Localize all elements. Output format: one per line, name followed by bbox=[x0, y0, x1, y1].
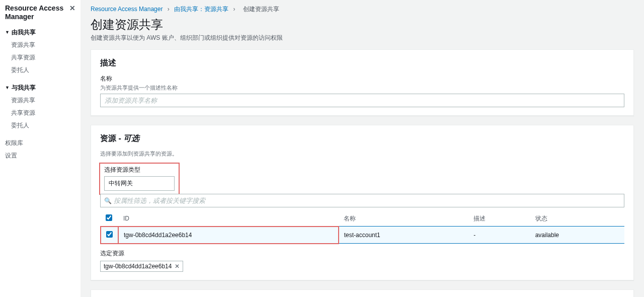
table-row[interactable]: tgw-0b8cd4dd1a2ee6b14 test-account1 - av… bbox=[101, 227, 624, 244]
page-title: 创建资源共享 bbox=[91, 17, 634, 33]
sidebar-item-settings[interactable]: 设置 bbox=[5, 150, 75, 162]
sidebar-item-shared-resources[interactable]: 共享资源 bbox=[5, 51, 75, 64]
row-checkbox[interactable] bbox=[106, 231, 113, 238]
nav-extra: 权限库 设置 bbox=[5, 137, 75, 162]
sidebar-item-resource-shares[interactable]: 资源共享 bbox=[5, 39, 75, 51]
sidebar-item-principals-2[interactable]: 委托人 bbox=[5, 119, 75, 132]
sidebar-item-shared-resources-2[interactable]: 共享资源 bbox=[5, 107, 75, 119]
panel-description: 描述 名称 为资源共享提供一个描述性名称 bbox=[91, 49, 634, 116]
resource-table: ID 名称 描述 状态 tgw-0b8cd4dd1a2ee6b14 test-a… bbox=[100, 211, 624, 244]
breadcrumb-root[interactable]: Resource Access Manager bbox=[91, 6, 163, 13]
sidebar-item-principals[interactable]: 委托人 bbox=[5, 64, 75, 77]
nav-group-shared-by-me: ▼ 由我共享 资源共享 共享资源 委托人 bbox=[5, 26, 75, 77]
cell-id: tgw-0b8cd4dd1a2ee6b14 bbox=[118, 227, 339, 244]
panel-title-optional: 可选 bbox=[123, 134, 139, 142]
nav-group-shared-with-me: ▼ 与我共享 资源共享 共享资源 委托人 bbox=[5, 82, 75, 132]
cell-name: test-account1 bbox=[339, 227, 469, 244]
name-input[interactable] bbox=[100, 94, 624, 107]
sidebar-item-resource-shares-2[interactable]: 资源共享 bbox=[5, 94, 75, 107]
sidebar-item-permissions[interactable]: 权限库 bbox=[5, 137, 75, 150]
close-icon[interactable]: ✕ bbox=[69, 4, 75, 13]
chip-text: tgw-0b8cd4dd1a2ee6b14 bbox=[104, 263, 172, 270]
name-field-hint: 为资源共享提供一个描述性名称 bbox=[100, 84, 624, 92]
panel-title: 描述 bbox=[100, 58, 624, 68]
caret-down-icon: ▼ bbox=[5, 30, 10, 35]
col-status[interactable]: 状态 bbox=[530, 211, 624, 227]
col-desc[interactable]: 描述 bbox=[468, 211, 530, 227]
panel-title-text: 资源 - bbox=[100, 134, 123, 142]
chevron-right-icon: › bbox=[233, 6, 235, 13]
cell-status: available bbox=[530, 227, 624, 244]
panel-resources: 资源 - 可选 选择要添加到资源共享的资源。 选择资源类型 中转网关 🔍 ID … bbox=[91, 125, 634, 280]
page-description: 创建资源共享以便为 AWS 账户、组织部门或组织提供对资源的访问权限 bbox=[91, 34, 634, 42]
panel-hint: 选择要添加到资源共享的资源。 bbox=[100, 150, 624, 158]
remove-chip-icon[interactable]: ✕ bbox=[175, 263, 180, 270]
resource-filter-wrap: 🔍 bbox=[100, 194, 624, 207]
panel-principals: 委托人 - 可选 将委托人添加到资源共享。委托人可以是 AWS 账户、组织部门或… bbox=[91, 289, 634, 298]
panel-title: 资源 - 可选 bbox=[100, 133, 624, 144]
sidebar-title: Resource Access Manager ✕ bbox=[5, 4, 75, 21]
breadcrumb-current: 创建资源共享 bbox=[243, 6, 279, 13]
caret-down-icon: ▼ bbox=[5, 85, 10, 90]
chevron-right-icon: › bbox=[168, 6, 170, 13]
selected-resources-label: 选定资源 bbox=[100, 249, 624, 258]
selected-resource-chip: tgw-0b8cd4dd1a2ee6b14 ✕ bbox=[100, 261, 183, 272]
resource-filter-input[interactable] bbox=[100, 194, 624, 207]
breadcrumb-mid[interactable]: 由我共享：资源共享 bbox=[174, 6, 228, 13]
name-field-label: 名称 bbox=[100, 75, 624, 83]
select-all-checkbox[interactable] bbox=[106, 214, 112, 221]
resource-type-select[interactable]: 中转网关 bbox=[104, 176, 175, 191]
nav-group-header[interactable]: ▼ 与我共享 bbox=[5, 82, 75, 94]
resource-type-label: 选择资源类型 bbox=[100, 164, 179, 174]
nav-group-label: 由我共享 bbox=[12, 28, 36, 37]
cell-desc: - bbox=[468, 227, 530, 244]
breadcrumb: Resource Access Manager › 由我共享：资源共享 › 创建… bbox=[91, 5, 634, 14]
main-content: Resource Access Manager › 由我共享：资源共享 › 创建… bbox=[80, 0, 644, 297]
nav-group-header[interactable]: ▼ 由我共享 bbox=[5, 26, 75, 39]
col-name[interactable]: 名称 bbox=[339, 211, 469, 227]
nav-group-label: 与我共享 bbox=[12, 84, 36, 92]
search-icon: 🔍 bbox=[104, 197, 112, 204]
col-id[interactable]: ID bbox=[118, 211, 339, 227]
sidebar: Resource Access Manager ✕ ▼ 由我共享 资源共享 共享… bbox=[0, 0, 80, 297]
sidebar-title-text: Resource Access Manager bbox=[5, 4, 69, 21]
